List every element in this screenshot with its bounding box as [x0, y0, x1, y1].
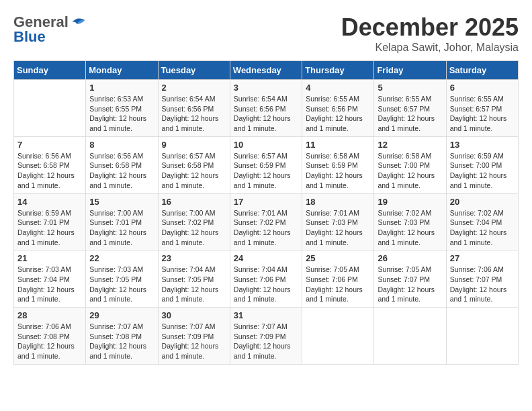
calendar-cell: 28Sunrise: 7:06 AM Sunset: 7:08 PM Dayli…	[14, 308, 86, 365]
day-info: Sunrise: 6:57 AM Sunset: 6:58 PM Dayligh…	[162, 151, 226, 191]
logo-blue-text: Blue	[13, 28, 46, 46]
day-info: Sunrise: 6:54 AM Sunset: 6:56 PM Dayligh…	[162, 94, 226, 134]
calendar-cell: 7Sunrise: 6:56 AM Sunset: 6:58 PM Daylig…	[14, 136, 86, 193]
header-friday: Friday	[374, 61, 446, 80]
day-info: Sunrise: 7:07 AM Sunset: 7:08 PM Dayligh…	[89, 322, 154, 361]
day-number: 20	[450, 197, 515, 207]
day-info: Sunrise: 7:05 AM Sunset: 7:06 PM Dayligh…	[306, 265, 370, 304]
calendar-cell	[446, 308, 518, 365]
calendar-cell: 2Sunrise: 6:54 AM Sunset: 6:56 PM Daylig…	[158, 80, 230, 137]
day-number: 7	[17, 140, 82, 150]
day-info: Sunrise: 7:04 AM Sunset: 7:06 PM Dayligh…	[234, 265, 298, 304]
calendar-cell: 6Sunrise: 6:55 AM Sunset: 6:57 PM Daylig…	[446, 80, 518, 137]
calendar-cell: 27Sunrise: 7:06 AM Sunset: 7:07 PM Dayli…	[446, 250, 518, 308]
calendar-cell	[14, 80, 86, 137]
day-info: Sunrise: 7:01 AM Sunset: 7:02 PM Dayligh…	[234, 208, 298, 248]
calendar-cell: 8Sunrise: 6:56 AM Sunset: 6:58 PM Daylig…	[86, 136, 158, 193]
day-number: 4	[306, 83, 370, 93]
day-info: Sunrise: 7:07 AM Sunset: 7:09 PM Dayligh…	[162, 322, 226, 361]
day-info: Sunrise: 6:58 AM Sunset: 6:59 PM Dayligh…	[306, 151, 370, 191]
day-info: Sunrise: 7:03 AM Sunset: 7:04 PM Dayligh…	[17, 265, 82, 304]
day-info: Sunrise: 6:55 AM Sunset: 6:57 PM Dayligh…	[378, 94, 442, 134]
logo: General Blue	[13, 13, 86, 46]
page-header: General Blue December 2025 Kelapa Sawit,…	[13, 13, 519, 54]
day-info: Sunrise: 7:00 AM Sunset: 7:01 PM Dayligh…	[89, 208, 154, 248]
day-number: 5	[378, 83, 442, 93]
day-number: 25	[306, 253, 370, 263]
calendar-cell: 9Sunrise: 6:57 AM Sunset: 6:58 PM Daylig…	[158, 136, 230, 193]
calendar-cell	[374, 308, 446, 365]
calendar-cell: 13Sunrise: 6:59 AM Sunset: 7:00 PM Dayli…	[446, 136, 518, 193]
day-number: 11	[306, 140, 370, 150]
month-title: December 2025	[341, 13, 519, 42]
day-number: 2	[162, 83, 226, 93]
calendar-cell: 18Sunrise: 7:01 AM Sunset: 7:03 PM Dayli…	[302, 193, 374, 250]
day-info: Sunrise: 6:59 AM Sunset: 7:00 PM Dayligh…	[450, 151, 515, 191]
day-info: Sunrise: 6:58 AM Sunset: 7:00 PM Dayligh…	[378, 151, 442, 191]
calendar-cell: 11Sunrise: 6:58 AM Sunset: 6:59 PM Dayli…	[302, 136, 374, 193]
day-number: 18	[306, 197, 370, 207]
calendar-cell: 22Sunrise: 7:03 AM Sunset: 7:05 PM Dayli…	[86, 250, 158, 308]
calendar-week-row: 1Sunrise: 6:53 AM Sunset: 6:55 PM Daylig…	[14, 80, 519, 137]
day-info: Sunrise: 6:56 AM Sunset: 6:58 PM Dayligh…	[89, 151, 154, 191]
day-info: Sunrise: 7:05 AM Sunset: 7:07 PM Dayligh…	[378, 265, 442, 304]
day-info: Sunrise: 7:02 AM Sunset: 7:03 PM Dayligh…	[378, 208, 442, 248]
day-number: 1	[89, 83, 154, 93]
day-number: 23	[162, 253, 226, 263]
day-number: 12	[378, 140, 442, 150]
day-info: Sunrise: 6:57 AM Sunset: 6:59 PM Dayligh…	[234, 151, 298, 191]
location-text: Kelapa Sawit, Johor, Malaysia	[341, 42, 519, 54]
day-number: 14	[17, 197, 82, 207]
day-info: Sunrise: 7:03 AM Sunset: 7:05 PM Dayligh…	[89, 265, 154, 304]
calendar-cell: 26Sunrise: 7:05 AM Sunset: 7:07 PM Dayli…	[374, 250, 446, 308]
day-number: 8	[89, 140, 154, 150]
calendar-header-row: SundayMondayTuesdayWednesdayThursdayFrid…	[14, 61, 519, 80]
calendar-cell: 4Sunrise: 6:55 AM Sunset: 6:56 PM Daylig…	[302, 80, 374, 137]
day-info: Sunrise: 6:55 AM Sunset: 6:57 PM Dayligh…	[450, 94, 515, 134]
calendar-cell: 23Sunrise: 7:04 AM Sunset: 7:05 PM Dayli…	[158, 250, 230, 308]
day-number: 9	[162, 140, 226, 150]
header-saturday: Saturday	[446, 61, 518, 80]
calendar-cell: 3Sunrise: 6:54 AM Sunset: 6:56 PM Daylig…	[230, 80, 302, 137]
calendar-cell: 20Sunrise: 7:02 AM Sunset: 7:04 PM Dayli…	[446, 193, 518, 250]
logo-bird-icon	[71, 16, 86, 28]
day-number: 22	[89, 253, 154, 263]
day-info: Sunrise: 7:00 AM Sunset: 7:02 PM Dayligh…	[162, 208, 226, 248]
header-tuesday: Tuesday	[158, 61, 230, 80]
day-info: Sunrise: 6:59 AM Sunset: 7:01 PM Dayligh…	[17, 208, 82, 248]
calendar-cell: 16Sunrise: 7:00 AM Sunset: 7:02 PM Dayli…	[158, 193, 230, 250]
header-wednesday: Wednesday	[230, 61, 302, 80]
day-info: Sunrise: 7:01 AM Sunset: 7:03 PM Dayligh…	[306, 208, 370, 248]
calendar-cell: 12Sunrise: 6:58 AM Sunset: 7:00 PM Dayli…	[374, 136, 446, 193]
day-info: Sunrise: 6:53 AM Sunset: 6:55 PM Dayligh…	[89, 94, 154, 134]
calendar-cell: 25Sunrise: 7:05 AM Sunset: 7:06 PM Dayli…	[302, 250, 374, 308]
day-number: 21	[17, 253, 82, 263]
header-monday: Monday	[86, 61, 158, 80]
calendar-cell: 29Sunrise: 7:07 AM Sunset: 7:08 PM Dayli…	[86, 308, 158, 365]
day-number: 24	[234, 253, 298, 263]
day-info: Sunrise: 6:56 AM Sunset: 6:58 PM Dayligh…	[17, 151, 82, 191]
calendar-cell: 17Sunrise: 7:01 AM Sunset: 7:02 PM Dayli…	[230, 193, 302, 250]
header-sunday: Sunday	[14, 61, 86, 80]
calendar-table: SundayMondayTuesdayWednesdayThursdayFrid…	[13, 60, 519, 365]
calendar-cell: 15Sunrise: 7:00 AM Sunset: 7:01 PM Dayli…	[86, 193, 158, 250]
calendar-cell: 10Sunrise: 6:57 AM Sunset: 6:59 PM Dayli…	[230, 136, 302, 193]
calendar-cell: 19Sunrise: 7:02 AM Sunset: 7:03 PM Dayli…	[374, 193, 446, 250]
calendar-cell: 5Sunrise: 6:55 AM Sunset: 6:57 PM Daylig…	[374, 80, 446, 137]
day-number: 17	[234, 197, 298, 207]
day-number: 19	[378, 197, 442, 207]
calendar-cell: 30Sunrise: 7:07 AM Sunset: 7:09 PM Dayli…	[158, 308, 230, 365]
calendar-week-row: 14Sunrise: 6:59 AM Sunset: 7:01 PM Dayli…	[14, 193, 519, 250]
day-number: 6	[450, 83, 515, 93]
day-info: Sunrise: 7:06 AM Sunset: 7:08 PM Dayligh…	[17, 322, 82, 361]
day-number: 13	[450, 140, 515, 150]
calendar-week-row: 21Sunrise: 7:03 AM Sunset: 7:04 PM Dayli…	[14, 250, 519, 308]
calendar-cell: 24Sunrise: 7:04 AM Sunset: 7:06 PM Dayli…	[230, 250, 302, 308]
day-number: 28	[17, 310, 82, 320]
day-number: 16	[162, 197, 226, 207]
day-info: Sunrise: 6:55 AM Sunset: 6:56 PM Dayligh…	[306, 94, 370, 134]
calendar-week-row: 28Sunrise: 7:06 AM Sunset: 7:08 PM Dayli…	[14, 308, 519, 365]
day-number: 30	[162, 310, 226, 320]
calendar-cell	[302, 308, 374, 365]
day-info: Sunrise: 7:07 AM Sunset: 7:09 PM Dayligh…	[234, 322, 298, 361]
